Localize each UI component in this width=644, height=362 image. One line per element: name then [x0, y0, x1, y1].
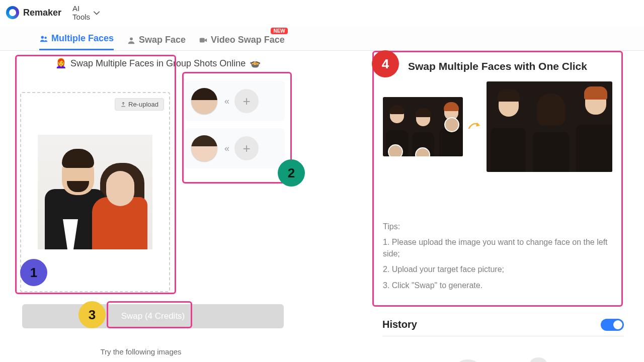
history-row: History	[372, 319, 634, 331]
tips-label: Tips:	[383, 222, 612, 231]
detected-face-thumb[interactable]	[191, 88, 217, 114]
people-icon	[39, 34, 48, 43]
info-title: Swap Multiple Faces with One Click	[383, 60, 612, 72]
woman-emoji-icon: 👩‍🦰	[55, 58, 66, 69]
demo-source-image	[383, 97, 463, 156]
divider	[382, 336, 624, 336]
uploaded-photo	[38, 135, 152, 249]
tab-label: Swap Face	[139, 35, 186, 45]
ai-tools-dropdown[interactable]: AI Tools	[72, 4, 101, 21]
callout-badge-3: 3	[78, 301, 106, 328]
tab-video-swap-face[interactable]: Video Swap Face NEW	[199, 35, 285, 50]
empty-state-illustration	[372, 351, 634, 362]
faces-panel: « + « +	[185, 81, 285, 168]
person-icon	[127, 36, 136, 45]
app-header: Remaker AI Tools	[0, 0, 644, 26]
subtitle-text: Swap Multiple Faces in Group Shots Onlin…	[70, 58, 246, 69]
try-images-label: Try the following images	[0, 347, 282, 356]
callout-badge-2: 2	[278, 159, 305, 187]
tab-label: Video Swap Face	[211, 35, 285, 45]
arrow-left-icon: «	[224, 143, 227, 154]
tab-multiple-faces[interactable]: Multiple Faces	[39, 33, 114, 50]
chevron-down-icon	[92, 8, 101, 17]
reupload-label: Re-upload	[128, 101, 158, 108]
swap-button[interactable]: Swap (4 Credits)	[22, 304, 284, 328]
face-row: « +	[185, 128, 285, 168]
tip-item: 2. Upload your target face picture;	[383, 263, 612, 275]
svg-point-5	[530, 357, 546, 362]
arrow-right-icon	[468, 121, 481, 133]
info-panel: 4 Swap Multiple Faces with One Click	[372, 51, 623, 307]
add-target-face-button[interactable]: +	[234, 136, 259, 160]
new-badge: NEW	[271, 28, 287, 34]
upload-icon	[120, 102, 126, 108]
section-subtitle: 👩‍🦰 Swap Multiple Faces in Group Shots O…	[0, 56, 367, 73]
add-target-face-button[interactable]: +	[234, 89, 259, 113]
logo-icon	[6, 6, 19, 19]
demo-row	[383, 81, 612, 172]
svg-rect-3	[200, 38, 205, 42]
swap-button-label: Swap (4 Credits)	[121, 311, 185, 321]
history-toggle[interactable]	[601, 319, 624, 331]
face-row: « +	[185, 81, 285, 121]
ai-tools-label: AI Tools	[72, 4, 90, 21]
callout-badge-1: 1	[20, 259, 47, 286]
tab-swap-face[interactable]: Swap Face	[127, 35, 186, 50]
arrow-left-icon: «	[224, 96, 227, 107]
reupload-button[interactable]: Re-upload	[115, 98, 164, 111]
history-label: History	[382, 319, 417, 330]
svg-point-1	[44, 37, 46, 39]
right-column: 4 Swap Multiple Faces with One Click	[372, 51, 634, 362]
svg-point-2	[130, 37, 133, 40]
tabs-bar: Multiple Faces Swap Face Video Swap Face…	[0, 26, 644, 51]
tip-item: 3. Click "Swap" to generate.	[383, 280, 612, 291]
video-icon	[199, 36, 208, 45]
callout-badge-4: 4	[372, 50, 399, 77]
svg-point-4	[457, 359, 479, 362]
detected-face-thumb[interactable]	[191, 135, 217, 161]
brand-name: Remaker	[23, 8, 61, 18]
svg-point-0	[41, 36, 44, 38]
pot-emoji-icon: 🍲	[250, 58, 261, 69]
demo-output-image	[487, 81, 612, 172]
tip-item: 1. Please upload the image you want to c…	[383, 236, 612, 259]
tab-label: Multiple Faces	[51, 33, 114, 44]
left-column: 👩‍🦰 Swap Multiple Faces in Group Shots O…	[0, 51, 367, 362]
